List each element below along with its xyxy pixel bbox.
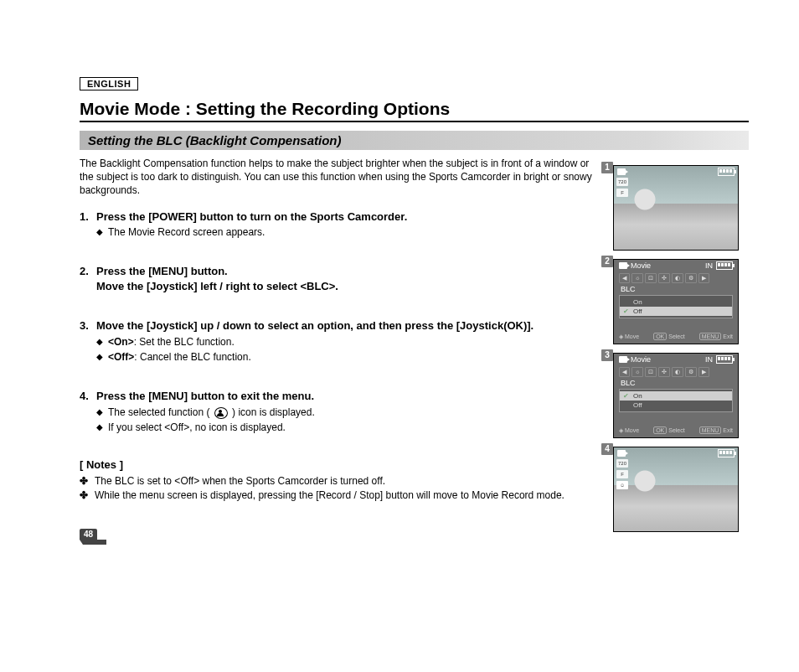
screenshot-number: 1 [601, 162, 613, 173]
step-4: 4. Press the [MENU] button to exit the m… [80, 389, 598, 434]
note-text: The BLC is set to <Off> when the Sports … [95, 474, 385, 488]
check-icon: ✔ [623, 392, 629, 400]
menu-box: ✔ On Off [619, 389, 733, 412]
page-title: Movie Mode : Setting the Recording Optio… [80, 99, 749, 119]
intro-text: The Backlight Compensation function help… [80, 157, 598, 198]
blc-icon [214, 407, 228, 419]
screenshot-number: 2 [601, 256, 613, 267]
screenshot-number: 4 [601, 443, 613, 455]
step-title-line2: Move the [Joystick] left / right to sele… [96, 280, 338, 292]
camera-icon [617, 168, 626, 175]
menu-box: On ✔ Off [619, 295, 733, 318]
step-3: 3. Move the [Joystick] up / down to sele… [80, 318, 598, 364]
note-item: ✤ While the menu screen is displayed, pr… [80, 488, 598, 502]
screenshot-3: 3 Movie IN ◀☼⊡✣◐⚙▶ BLC ✔ [613, 353, 749, 438]
bullet-icon: ◆ [96, 225, 103, 239]
step-title: Press the [POWER] button to turn on the … [96, 209, 407, 225]
instruction-column: The Backlight Compensation function help… [80, 157, 598, 540]
language-tab: ENGLISH [80, 77, 138, 90]
battery-icon [716, 355, 733, 364]
step-sub: The selected function ( ) icon is displa… [108, 406, 315, 419]
bullet-icon: ◆ [96, 350, 103, 364]
camera-icon [617, 450, 626, 457]
camera-icon [619, 356, 627, 363]
screenshot-1: 1 STBY 00:00:00/00:40:05 IN [613, 165, 749, 251]
screenshot-number: 3 [601, 349, 613, 361]
step-title: Press the [MENU] button to exit the menu… [96, 389, 314, 404]
menu-item: On [620, 297, 732, 307]
bullet-icon: ◆ [96, 335, 103, 349]
resolution-badge: 720 [616, 459, 628, 468]
bullet-icon: ◆ [96, 421, 103, 434]
screenshot-column: 1 STBY 00:00:00/00:40:05 IN [613, 157, 749, 540]
notes-heading: [ Notes ] [80, 457, 598, 473]
page-number: 48 [80, 525, 106, 545]
menu-item-selected: ✔ Off [620, 307, 732, 316]
step-number: 2. [80, 264, 93, 293]
blc-on-icon: ☺ [616, 481, 628, 489]
battery-icon [718, 449, 735, 457]
quality-badge: F [616, 189, 628, 197]
note-bullet-icon: ✤ [80, 474, 88, 488]
battery-icon [718, 168, 735, 176]
mode-label: Movie [631, 355, 651, 364]
title-rule [80, 121, 749, 122]
menu-label: BLC [614, 379, 738, 387]
battery-icon [716, 261, 733, 270]
step-title: Press the [MENU] button. [96, 265, 228, 277]
resolution-badge: 720 [616, 178, 628, 186]
screenshot-4: 4 STBY 00:00:00/00:40:05 IN [613, 447, 749, 532]
step-sub: <Off>: Cancel the BLC function. [108, 350, 251, 364]
step-title: Move the [Joystick] up / down to select … [96, 318, 534, 333]
bullet-icon: ◆ [96, 406, 103, 419]
quality-badge: F [616, 470, 628, 478]
note-bullet-icon: ✤ [80, 488, 88, 502]
step-number: 4. [80, 389, 93, 404]
menu-label: BLC [614, 285, 738, 293]
step-number: 1. [80, 209, 93, 225]
step-sub: If you select <Off>, no icon is displaye… [108, 421, 286, 434]
screenshot-2: 2 Movie IN ◀☼⊡✣◐⚙▶ BLC On [613, 259, 749, 344]
check-icon: ✔ [623, 308, 629, 315]
step-number: 3. [80, 318, 93, 333]
mode-label: Movie [631, 261, 651, 270]
note-text: While the menu screen is displayed, pres… [95, 488, 564, 502]
step-1: 1. Press the [POWER] button to turn on t… [80, 209, 598, 240]
storage-badge: IN [705, 261, 713, 270]
step-2: 2. Press the [MENU] button. Move the [Jo… [80, 264, 598, 293]
step-sub: <On>: Set the BLC function. [108, 335, 235, 349]
step-sub: The Movie Record screen appears. [108, 225, 265, 239]
camera-icon [619, 262, 627, 269]
storage-badge: IN [705, 355, 713, 364]
menu-item: Off [620, 401, 732, 410]
menu-item-selected: ✔ On [620, 391, 732, 401]
note-item: ✤ The BLC is set to <Off> when the Sport… [80, 474, 598, 488]
section-heading: Setting the BLC (Backlight Compensation) [80, 131, 749, 150]
